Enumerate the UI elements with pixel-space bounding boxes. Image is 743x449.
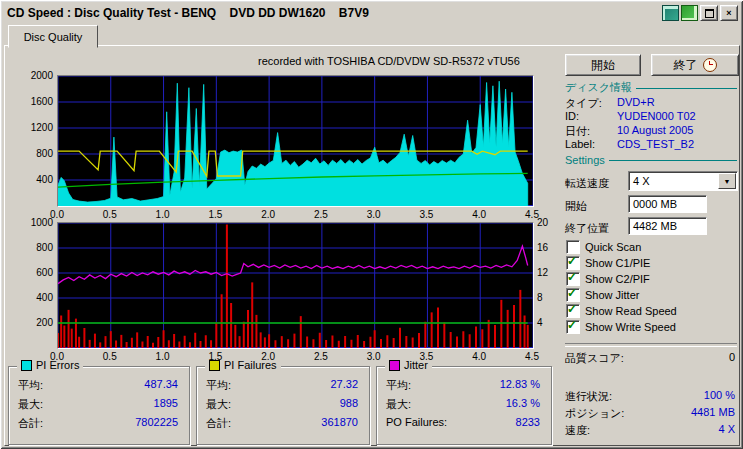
checkbox-icon[interactable]: ✓	[566, 240, 580, 254]
speed-select-value: 4 X	[633, 175, 650, 187]
restore-button[interactable]	[700, 5, 718, 21]
stat-value: 27.32	[278, 378, 358, 390]
chart-icon-button-1[interactable]	[662, 5, 679, 21]
axis-tick-label: 8	[537, 292, 559, 303]
axis-tick-label: 3.0	[360, 209, 388, 220]
checkbox-show-write-speed[interactable]: ✓ Show Write Speed	[566, 320, 676, 334]
disc-info-header: ディスク情報	[565, 80, 737, 95]
stat-label: 平均:	[18, 378, 43, 393]
disc-type-value: DVD+R	[617, 96, 655, 108]
progress-label: 進行状況:	[565, 389, 612, 404]
jitter-legend-swatch	[389, 360, 400, 371]
transfer-speed-label: 転送速度	[565, 176, 609, 191]
disc-label-label: Label:	[565, 138, 595, 150]
chart-canvas	[58, 223, 533, 348]
title-bar-buttons: ×	[662, 5, 738, 21]
start-button-label: 開始	[591, 57, 615, 74]
axis-tick-label: 4.0	[465, 209, 493, 220]
checkbox-icon[interactable]: ✓	[566, 256, 580, 270]
checkbox-label: Show Write Speed	[585, 321, 676, 333]
recorded-with-caption: recorded with TOSHIBA CD/DVDW SD-R5372 v…	[258, 55, 520, 67]
stat-label: 平均:	[386, 378, 411, 393]
axis-tick-label: 4	[537, 317, 559, 328]
checkbox-show-read-speed[interactable]: ✓ Show Read Speed	[566, 304, 677, 318]
start-button[interactable]: 開始	[565, 54, 641, 76]
axis-tick-label: 1.5	[201, 351, 229, 362]
chart-canvas	[58, 76, 533, 206]
speed-label: 速度:	[565, 423, 590, 438]
title-bar[interactable]: CD Speed : Disc Quality Test - BENQ DVD …	[3, 3, 740, 22]
axis-tick-label: 2000	[26, 70, 53, 81]
checkbox-show-c1-pie[interactable]: ✓ Show C1/PIE	[566, 256, 650, 270]
axis-tick-label: 3.5	[412, 351, 440, 362]
axis-tick-label: 600	[26, 267, 53, 278]
start-position-input[interactable]: 0000 MB	[628, 195, 707, 213]
restore-icon	[705, 9, 714, 18]
checkbox-icon[interactable]: ✓	[566, 272, 580, 286]
axis-tick-label: 1.0	[149, 209, 177, 220]
end-position-value: 4482 MB	[633, 220, 677, 232]
stat-value: 988	[278, 397, 358, 409]
pie-errors-chart	[57, 75, 534, 207]
checkbox-icon[interactable]: ✓	[566, 320, 580, 334]
start-position-value: 0000 MB	[633, 198, 677, 210]
speed-select[interactable]: 4 X ▼	[628, 171, 738, 191]
axis-tick-label: 800	[26, 242, 53, 253]
separator-line	[565, 343, 737, 347]
axis-tick-label: 4.5	[518, 351, 546, 362]
chart-icon-button-2[interactable]	[681, 5, 698, 21]
axis-tick-label: 0.5	[96, 209, 124, 220]
axis-tick-label: 20	[537, 217, 559, 228]
stat-label: 最大:	[206, 397, 231, 412]
stat-label: 最大:	[18, 397, 43, 412]
axis-tick-label: 2.0	[254, 209, 282, 220]
checkbox-label: Show Read Speed	[585, 305, 677, 317]
axis-tick-label: 4.0	[465, 351, 493, 362]
axis-tick-label: 2.5	[307, 209, 335, 220]
axis-tick-label: 1000	[26, 217, 53, 228]
axis-tick-label: 16	[537, 242, 559, 253]
axis-tick-label: 800	[26, 148, 53, 159]
axis-tick-label: 12	[537, 267, 559, 278]
checkbox-show-c2-pif[interactable]: ✓ Show C2/PIF	[566, 272, 650, 286]
close-icon: ×	[726, 8, 731, 18]
speed-value: 4 X	[637, 423, 735, 435]
position-value: 4481 MB	[637, 406, 735, 418]
axis-tick-label: 0.5	[96, 351, 124, 362]
axis-tick-label: 1.5	[201, 209, 229, 220]
axis-tick-label: 0.0	[43, 351, 71, 362]
checkbox-label: Show C1/PIE	[585, 257, 650, 269]
pif-failures-chart	[57, 222, 534, 349]
disc-id-label: ID:	[565, 110, 579, 122]
checkbox-show-jitter[interactable]: ✓ Show Jitter	[566, 288, 639, 302]
checkbox-label: Show C2/PIF	[585, 273, 650, 285]
axis-tick-label: 200	[26, 317, 53, 328]
window-title: CD Speed : Disc Quality Test - BENQ DVD …	[3, 6, 369, 20]
tab-disc-quality[interactable]: Disc Quality	[8, 25, 98, 48]
disc-id-value: YUDEN000 T02	[617, 110, 696, 122]
end-position-input[interactable]: 4482 MB	[628, 217, 707, 235]
disc-type-label: タイプ:	[565, 96, 602, 111]
checkbox-icon[interactable]: ✓	[566, 304, 580, 318]
stat-value: 361870	[278, 416, 358, 428]
stat-label: 合計:	[18, 416, 43, 431]
checkbox-quick-scan[interactable]: ✓ Quick Scan	[566, 240, 641, 254]
quality-score-label: 品質スコア:	[565, 351, 624, 366]
clock-icon	[703, 58, 717, 72]
settings-header: Settings	[565, 154, 737, 166]
stat-label: 合計:	[206, 416, 231, 431]
stop-button[interactable]: 終了	[651, 54, 739, 76]
disc-label-value: CDS_TEST_B2	[617, 138, 694, 150]
stat-value: 1895	[98, 397, 178, 409]
stat-value: 16.3 %	[458, 397, 540, 409]
stop-button-label: 終了	[674, 57, 698, 74]
checkbox-icon[interactable]: ✓	[566, 288, 580, 302]
axis-tick-label: 2.0	[254, 351, 282, 362]
checkbox-label: Show Jitter	[585, 289, 639, 301]
chevron-down-icon[interactable]: ▼	[718, 173, 736, 189]
quality-score-value: 0	[637, 351, 735, 363]
stat-value: 8233	[458, 416, 540, 428]
axis-tick-label: 2.5	[307, 351, 335, 362]
disc-date-value: 10 August 2005	[617, 124, 693, 136]
close-button[interactable]: ×	[720, 5, 738, 21]
